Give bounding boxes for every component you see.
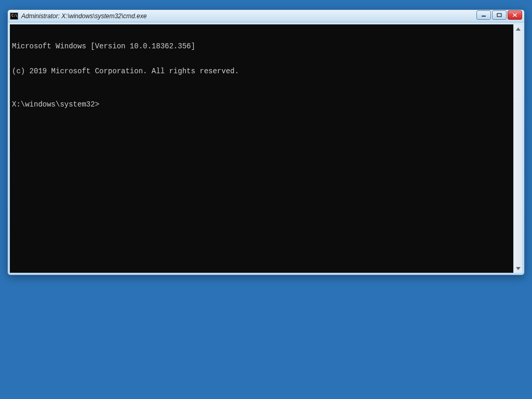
minimize-button[interactable] (476, 10, 491, 20)
close-icon (512, 13, 517, 17)
cmd-icon: C:\ (10, 12, 18, 20)
console-output[interactable]: Microsoft Windows [Version 10.0.18362.35… (10, 24, 513, 273)
version-line: Microsoft Windows [Version 10.0.18362.35… (12, 42, 511, 50)
cmd-icon-text: C:\ (11, 14, 17, 18)
svg-rect-1 (497, 14, 501, 17)
maximize-icon (497, 13, 502, 17)
svg-marker-5 (516, 267, 521, 270)
close-button[interactable] (508, 10, 522, 20)
window-title: Administrator: X:\windows\system32\cmd.e… (21, 12, 147, 20)
cmd-window: C:\ Administrator: X:\windows\system32\c… (7, 9, 525, 275)
scroll-up-button[interactable] (514, 24, 522, 33)
chevron-down-icon (516, 267, 521, 270)
prompt-text: X:\windows\system32> (12, 100, 99, 109)
svg-rect-0 (482, 16, 486, 17)
content-area: Microsoft Windows [Version 10.0.18362.35… (8, 22, 524, 275)
maximize-button[interactable] (492, 10, 507, 20)
vertical-scrollbar[interactable] (513, 24, 522, 273)
copyright-line: (c) 2019 Microsoft Corporation. All righ… (12, 67, 511, 75)
minimize-icon (481, 13, 486, 17)
svg-marker-4 (516, 28, 521, 31)
titlebar[interactable]: C:\ Administrator: X:\windows\system32\c… (8, 10, 524, 22)
prompt-line: X:\windows\system32> (12, 100, 511, 109)
chevron-up-icon (516, 28, 521, 31)
window-controls (476, 10, 522, 20)
scroll-down-button[interactable] (514, 264, 522, 273)
